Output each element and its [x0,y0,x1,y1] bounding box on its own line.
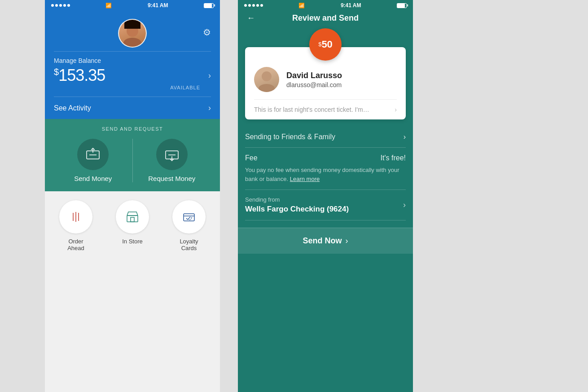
right-status-bar: 📶 9:41 AM [238,0,413,9]
manage-balance-section: Manage Balance $153.35 › AVAILABLE [54,51,211,93]
info-rows: Sending to Friends & Family › Fee It's f… [238,127,413,220]
sending-type-chevron: › [404,133,406,141]
sending-from-info: Sending from Wells Fargo Checking (9624) [245,196,349,214]
amount-value: 50 [321,39,332,50]
sending-from-account: Wells Fargo Checking (9624) [245,205,349,214]
avatar [118,19,147,48]
send-request-buttons: Send Money Request Money [54,139,211,182]
see-activity-chevron-icon: › [208,103,211,113]
see-activity-label: See Activity [54,104,91,112]
in-store-icon [125,209,140,225]
currency-symbol: $ [54,67,58,77]
review-send-title: Review and Send [292,13,359,23]
send-now-button[interactable]: Send Now › [238,228,413,254]
sending-type-label: Sending to Friends & Family [245,133,335,141]
recipient-email: dlarusso@mail.com [286,81,397,88]
recipient-row: David Larusso dlarusso@mail.com [254,67,397,99]
send-now-label: Send Now [303,236,342,246]
signal-dots [51,4,70,7]
send-money-button[interactable]: Send Money [54,139,133,182]
avatar-face [119,20,146,47]
memo-row[interactable]: This is for last night's concert ticket.… [254,99,397,119]
sending-from-sublabel: Sending from [245,196,349,203]
left-top-section: ⚙ Manage Balance $153.35 › AVAILABLE See… [45,9,220,119]
recipient-info: David Larusso dlarusso@mail.com [286,71,397,88]
balance-amount: $153.35 [54,66,105,85]
bottom-icons-row: Order Ahead In Store [49,200,215,251]
in-store-button[interactable]: In Store [116,200,149,251]
in-store-icon-circle [116,200,149,233]
request-money-button[interactable]: Request Money [133,139,211,182]
battery-icon [204,3,214,8]
fee-top: Fee It's free! [245,154,406,162]
learn-more-link[interactable]: Learn more [290,176,320,182]
recipient-avatar [254,67,279,92]
fee-value: It's free! [381,154,406,162]
right-wifi-icon: 📶 [298,3,305,9]
see-activity-row[interactable]: See Activity › [54,97,211,119]
sending-from-section[interactable]: Sending from Wells Fargo Checking (9624)… [245,190,406,220]
recipient-name: David Larusso [286,71,397,80]
request-money-icon-circle [156,139,188,170]
loyalty-cards-label: Loyalty Cards [180,238,198,251]
order-ahead-label: Order Ahead [67,238,84,251]
sending-type-row[interactable]: Sending to Friends & Family › [245,127,406,148]
avatar-hair [124,20,140,29]
loyalty-cards-icon-circle [172,200,206,233]
loyalty-cards-button[interactable]: Loyalty Cards [172,200,206,251]
fee-section: Fee It's free! You pay no fee when sendi… [245,148,406,190]
manage-balance-label: Manage Balance [54,57,211,64]
available-label: AVAILABLE [54,85,200,90]
bottom-section: Order Ahead In Store [45,191,220,392]
right-time-display: 9:41 AM [341,2,361,9]
amount-badge: $50 [309,28,342,61]
svg-rect-9 [127,216,138,222]
memo-chevron-icon: › [395,106,397,113]
amount-badge-container: $50 [238,28,413,61]
left-status-bar: 📶 9:41 AM [45,0,220,9]
fee-description: You pay no fee when sending money domest… [245,166,406,183]
avatar-row: ⚙ [54,13,211,51]
phones-spacer [220,0,229,392]
send-money-icon [85,146,101,163]
review-header: ← Review and Send [238,9,413,28]
send-request-title: SEND AND REQUEST [54,126,211,132]
in-store-label: In Store [122,238,143,245]
back-button[interactable]: ← [247,13,255,23]
send-money-icon-circle [77,139,109,170]
settings-icon[interactable]: ⚙ [203,27,211,38]
loyalty-cards-icon [181,209,197,225]
order-ahead-icon [68,209,83,225]
right-phone: 📶 9:41 AM ← Review and Send $50 David La… [238,0,413,392]
balance-row[interactable]: $153.35 › [54,66,211,85]
right-battery-icon [397,3,407,8]
right-signal-dots [244,4,263,7]
send-now-chevron-icon: › [346,236,348,246]
wifi-icon: 📶 [105,3,112,9]
memo-text: This is for last night's concert ticket.… [254,106,395,113]
fee-label: Fee [245,154,258,162]
time-display: 9:41 AM [148,2,168,9]
order-ahead-icon-circle [59,200,92,233]
request-money-icon [164,146,180,163]
request-money-label: Request Money [148,175,195,182]
left-phone: 📶 9:41 AM ⚙ Manage Balance $153.35 › AVA… [45,0,220,392]
svg-rect-10 [131,217,134,222]
send-money-label: Send Money [74,175,112,182]
balance-chevron-icon: › [208,71,211,80]
send-request-section: SEND AND REQUEST Send Money [45,119,220,191]
order-ahead-button[interactable]: Order Ahead [59,200,92,251]
sending-from-chevron-icon: › [403,200,406,210]
